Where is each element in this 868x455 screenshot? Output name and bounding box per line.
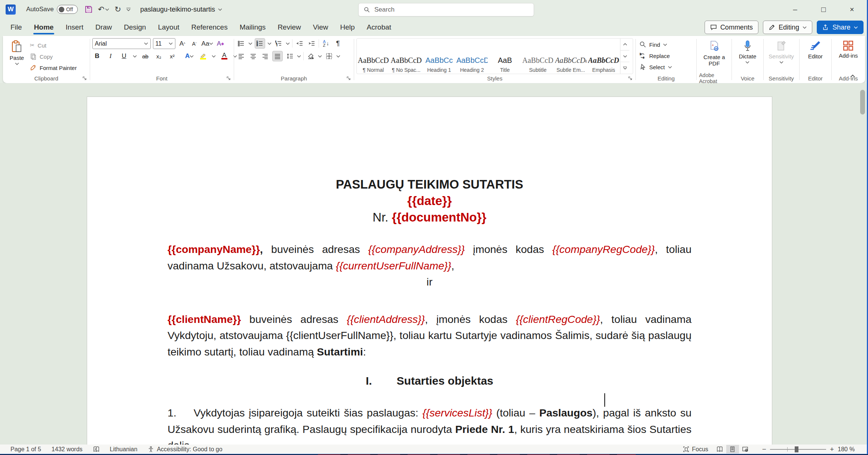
chevron-down-icon[interactable] [267, 42, 272, 45]
numbering-button[interactable]: 123 [255, 38, 265, 49]
accessibility-status[interactable]: Accessibility: Good to go [142, 445, 227, 454]
grow-font-button[interactable]: A^ [178, 39, 187, 49]
text-effects-button[interactable]: A [185, 51, 194, 61]
tab-review[interactable]: Review [272, 19, 307, 36]
subscript-button[interactable]: x₂ [154, 51, 164, 61]
editing-mode-button[interactable]: Editing [763, 21, 812, 34]
save-button[interactable] [85, 5, 93, 13]
bullets-button[interactable] [236, 39, 246, 48]
document-page[interactable]: PASLAUGŲ TEIKIMO SUTARTIS {{date}} Nr. {… [87, 97, 772, 445]
style-subtle-emphasis[interactable]: AaBbCcDd Subtle Em... [554, 39, 587, 74]
focus-mode-button[interactable]: Focus [678, 445, 714, 454]
dialog-launcher-icon[interactable] [628, 76, 632, 80]
autosave-control[interactable]: AutoSave Off [26, 5, 78, 14]
dialog-launcher-icon[interactable] [82, 76, 87, 80]
maximize-button[interactable]: □ [818, 5, 829, 14]
zoom-thumb[interactable] [795, 446, 798, 452]
cut-button[interactable]: ✂ Cut [28, 40, 78, 51]
clear-formatting-button[interactable]: A◆ [215, 39, 225, 49]
decrease-indent-button[interactable] [295, 39, 304, 48]
dictate-button[interactable]: Dictate [736, 38, 759, 74]
underline-button[interactable]: U [119, 51, 129, 61]
document-title[interactable]: paslaugu-teikimo-sutartis [140, 6, 222, 13]
justify-button[interactable] [272, 51, 283, 61]
undo-button[interactable]: ↶ [98, 5, 110, 14]
sensitivity-button[interactable]: Sensitivity [769, 38, 794, 74]
format-painter-button[interactable]: Format Painter [28, 62, 78, 73]
chevron-down-icon[interactable] [286, 42, 290, 45]
zoom-level[interactable]: 180 % [838, 446, 862, 453]
word-logo-icon[interactable]: W [6, 4, 16, 15]
tab-insert[interactable]: Insert [59, 19, 89, 36]
shading-button[interactable] [306, 51, 316, 61]
addins-button[interactable]: Add-ins [837, 38, 860, 74]
bold-button[interactable]: B [92, 51, 102, 61]
page-indicator[interactable]: Page 1 of 5 [0, 445, 46, 454]
font-name-combobox[interactable]: Arial [92, 38, 151, 49]
comments-button[interactable]: Comments [705, 21, 758, 34]
align-left-button[interactable] [236, 51, 246, 61]
redo-button[interactable]: ↻ [114, 5, 121, 14]
tab-view[interactable]: View [307, 19, 334, 36]
tab-mailings[interactable]: Mailings [234, 19, 272, 36]
zoom-slider[interactable]: − + [762, 445, 834, 454]
tab-references[interactable]: References [185, 19, 234, 36]
styles-scroll-down-button[interactable] [620, 51, 629, 62]
chevron-down-icon[interactable] [318, 55, 322, 58]
web-layout-button[interactable] [739, 445, 752, 454]
tab-acrobat[interactable]: Acrobat [361, 19, 397, 36]
collapse-ribbon-button[interactable] [850, 74, 855, 78]
style-normal[interactable]: AaBbCcD ¶ Normal [357, 39, 390, 74]
multilevel-list-button[interactable]: 1ai [274, 39, 283, 48]
paste-button[interactable]: Paste [5, 38, 28, 74]
style-emphasis[interactable]: AaBbCcDd Emphasis [587, 39, 620, 74]
style-heading2[interactable]: AaBbCcD Heading 2 [456, 39, 488, 74]
change-case-button[interactable]: Aa [202, 39, 214, 49]
tab-file[interactable]: File [4, 19, 28, 36]
dialog-launcher-icon[interactable] [346, 76, 351, 80]
copy-button[interactable]: Copy [28, 51, 78, 62]
chevron-down-icon[interactable] [297, 55, 301, 58]
search-input[interactable]: Search [358, 3, 534, 16]
font-size-combobox[interactable]: 11 [153, 38, 175, 49]
document-canvas[interactable]: PASLAUGŲ TEIKIMO SUTARTIS {{date}} Nr. {… [0, 83, 867, 445]
tab-home[interactable]: Home [28, 19, 60, 36]
strikethrough-button[interactable]: ab [141, 51, 150, 61]
chevron-down-icon[interactable] [248, 42, 252, 45]
style-heading1[interactable]: AaBbCc Heading 1 [423, 39, 456, 74]
vertical-scrollbar-thumb[interactable] [860, 90, 865, 114]
style-title[interactable]: AaB Title [488, 39, 521, 74]
autosave-toggle[interactable]: Off [57, 5, 78, 14]
style-no-spacing[interactable]: AaBbCcD ¶ No Spac... [390, 39, 423, 74]
close-button[interactable]: × [846, 5, 858, 14]
align-right-button[interactable] [260, 51, 270, 61]
quick-access-overflow-button[interactable] [126, 8, 131, 11]
minimize-button[interactable]: – [789, 5, 801, 14]
shrink-font-button[interactable]: Aˇ [190, 39, 199, 49]
styles-gallery-expand-button[interactable] [620, 62, 629, 74]
tab-help[interactable]: Help [334, 19, 361, 36]
highlight-color-button[interactable] [198, 51, 208, 61]
read-mode-button[interactable] [714, 445, 726, 454]
tab-layout[interactable]: Layout [152, 19, 185, 36]
replace-button[interactable]: bc Replace [638, 50, 694, 61]
chevron-down-icon[interactable] [336, 55, 340, 58]
italic-button[interactable]: I [106, 51, 116, 61]
line-spacing-button[interactable] [285, 51, 295, 61]
tab-design[interactable]: Design [118, 19, 152, 36]
font-color-button[interactable]: A [220, 51, 229, 61]
tab-draw[interactable]: Draw [89, 19, 118, 36]
show-hide-marks-button[interactable]: ¶ [333, 39, 343, 48]
zoom-track[interactable] [770, 449, 826, 450]
chevron-down-icon[interactable] [133, 55, 137, 58]
align-center-button[interactable] [248, 51, 258, 61]
zoom-in-button[interactable]: + [830, 445, 834, 454]
proofing-status[interactable] [88, 445, 105, 454]
create-pdf-button[interactable]: λ Create a PDF [703, 38, 726, 74]
sort-button[interactable]: AZ↓ [321, 39, 331, 48]
find-button[interactable]: Find [638, 39, 694, 50]
word-count[interactable]: 1432 words [46, 445, 88, 454]
select-button[interactable]: Select [638, 61, 694, 73]
borders-button[interactable] [324, 51, 334, 61]
increase-indent-button[interactable] [307, 39, 316, 48]
